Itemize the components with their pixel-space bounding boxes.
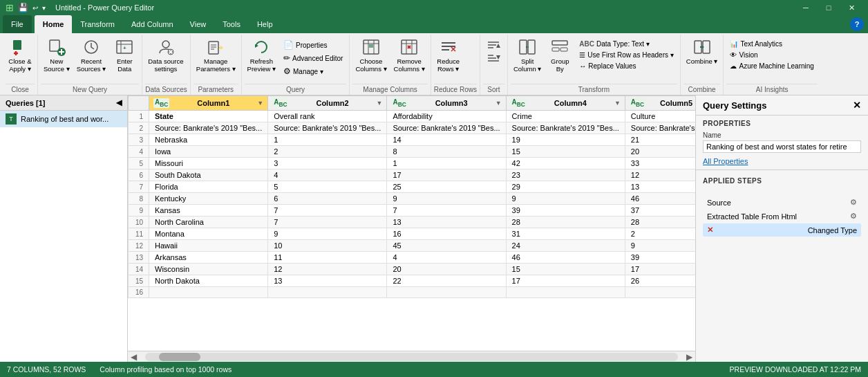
sort-desc-button[interactable] (483, 52, 504, 64)
split-column-button[interactable]: SplitColumn ▾ (511, 36, 544, 75)
replace-values-button[interactable]: ↔ Replace Values (576, 61, 677, 71)
advanced-editor-button[interactable]: ✏ Advanced Editor (280, 52, 346, 64)
col3-filter-icon[interactable]: ▼ (496, 100, 502, 107)
minimize-button[interactable]: ─ (795, 0, 817, 15)
choose-columns-label: ChooseColumns ▾ (355, 57, 386, 73)
tab-help[interactable]: Help (249, 15, 281, 33)
table-row[interactable]: 2Source: Bankrate's 2019 "Bes...Source: … (129, 122, 696, 134)
table-row[interactable]: 13Arkansas1144639 (129, 252, 696, 264)
properties-button[interactable]: 📄 Properties (280, 39, 346, 51)
cell-row7-col4: 29 (506, 181, 625, 193)
col2-filter-icon[interactable]: ▼ (376, 100, 382, 107)
manage-parameters-button[interactable]: ManageParameters ▾ (194, 36, 238, 75)
svg-rect-53 (560, 48, 567, 51)
cell-row6-col1: South Dakota (149, 169, 268, 181)
cell-row7-col1: Florida (149, 181, 268, 193)
combine-label: Combine ▾ (686, 57, 718, 65)
table-row[interactable]: 9Kansas773937 (129, 205, 696, 217)
step-extracted-table[interactable]: Extracted Table From Html ⚙ (703, 210, 861, 223)
column2-header[interactable]: ABC Column2 ▼ (268, 96, 387, 111)
recent-sources-label: RecentSources ▾ (77, 57, 106, 73)
table-row[interactable]: 11Montana916312 (129, 228, 696, 240)
horizontal-scrollbar[interactable]: ◀ ▶ (128, 351, 695, 362)
table-row[interactable]: 4Iowa281520 (129, 146, 696, 158)
data-grid[interactable]: ABC Column1 ▼ ABC Column2 ▼ (128, 95, 695, 351)
table-row[interactable]: 1StateOverall rankAffordabilityCrimeCult… (129, 111, 696, 122)
cell-row7-col5: 13 (625, 181, 695, 193)
table-row[interactable]: 5Missouri314233 (129, 158, 696, 169)
cell-row4-col5: 20 (625, 146, 695, 158)
column5-header[interactable]: ABC Column5 ▼ (625, 96, 695, 111)
text-analytics-button[interactable]: 📊 Text Analytics (726, 39, 817, 49)
use-first-row-button[interactable]: ☰ Use First Row as Headers ▾ (576, 50, 677, 60)
close-button[interactable]: ✕ (840, 0, 862, 15)
table-row[interactable]: 3Nebraska1141921 (129, 134, 696, 146)
table-row[interactable]: 7Florida5252913 (129, 181, 696, 193)
scrollbar-track[interactable] (145, 353, 678, 361)
step-changed-type-x[interactable]: ✕ (707, 226, 713, 235)
table-row[interactable]: 14Wisconsin12201517 (129, 264, 696, 275)
sort-asc-button[interactable] (483, 39, 504, 51)
tab-view[interactable]: View (182, 15, 215, 33)
scroll-right-btn[interactable]: ▶ (683, 352, 695, 362)
queries-collapse-icon[interactable]: ◀ (116, 98, 122, 107)
data-type-button[interactable]: ABC Data Type: Text ▾ (576, 39, 677, 49)
all-properties-link[interactable]: All Properties (703, 157, 861, 165)
reduce-rows-icon (439, 37, 458, 57)
text-analytics-icon: 📊 (730, 40, 738, 48)
table-row[interactable]: 8Kentucky69946 (129, 193, 696, 205)
column3-header[interactable]: ABC Column3 ▼ (387, 96, 506, 111)
table-row[interactable]: 12Hawaii1045249 (129, 240, 696, 252)
vision-button[interactable]: 👁 Vision (726, 50, 817, 60)
save-icon[interactable]: 💾 (18, 3, 28, 12)
refresh-preview-icon (252, 37, 271, 57)
enter-data-button[interactable]: + EnterData (110, 36, 139, 75)
step-changed-type[interactable]: ✕ Changed Type (703, 223, 861, 237)
refresh-preview-button[interactable]: RefreshPreview ▾ (245, 36, 279, 75)
combine-button[interactable]: Combine ▾ (683, 36, 721, 66)
tab-tools[interactable]: Tools (214, 15, 249, 33)
group-by-button[interactable]: GroupBy (545, 36, 574, 75)
tab-file[interactable]: File (3, 15, 32, 33)
cell-row9-col1: Kansas (149, 205, 268, 217)
column1-header[interactable]: ABC Column1 ▼ (149, 96, 268, 111)
reduce-rows-button[interactable]: ReduceRows ▾ (434, 36, 463, 75)
recent-sources-button[interactable]: RecentSources ▾ (74, 36, 109, 75)
col1-filter-icon[interactable]: ▼ (257, 100, 263, 107)
settings-close-icon[interactable]: ✕ (853, 100, 861, 111)
scrollbar-thumb[interactable] (159, 353, 200, 361)
close-apply-button[interactable]: Close &Apply ▾ (6, 36, 35, 75)
column4-header[interactable]: ABC Column4 ▼ (506, 96, 625, 111)
svg-rect-51 (552, 41, 567, 45)
col4-filter-icon[interactable]: ▼ (614, 100, 621, 107)
tab-home[interactable]: Home (35, 15, 73, 33)
table-row[interactable]: 10North Carolina7132828 (129, 217, 696, 228)
step-source[interactable]: Source ⚙ (703, 196, 861, 209)
choose-columns-button[interactable]: ChooseColumns ▾ (352, 36, 389, 75)
azure-ml-button[interactable]: ☁ Azure Machine Learning (726, 61, 817, 71)
step-source-gear[interactable]: ⚙ (850, 198, 857, 207)
tab-add-column[interactable]: Add Column (123, 15, 182, 33)
help-button[interactable]: ? (850, 17, 864, 31)
data-source-settings-button[interactable]: Data sourcesettings (145, 36, 186, 75)
maximize-button[interactable]: □ (818, 0, 840, 15)
step-extracted-gear[interactable]: ⚙ (850, 212, 857, 221)
scroll-left-btn[interactable]: ◀ (128, 352, 140, 362)
cell-row11-col1: Montana (149, 228, 268, 240)
cell-row9-col2: 7 (268, 205, 387, 217)
split-column-icon (518, 37, 537, 57)
manage-button[interactable]: ⚙ Manage ▾ (280, 65, 346, 77)
new-source-button[interactable]: NewSource ▾ (41, 36, 73, 75)
table-row[interactable]: 16 (129, 287, 696, 298)
remove-columns-button[interactable]: RemoveColumns ▾ (391, 36, 428, 75)
table-row[interactable]: 6South Dakota4172312 (129, 169, 696, 181)
cell-row14-col2: 12 (268, 264, 387, 275)
dropdown-icon[interactable]: ▾ (42, 4, 46, 12)
tab-transform[interactable]: Transform (72, 15, 123, 33)
table-row[interactable]: 15North Dakota13221726 (129, 275, 696, 287)
name-input[interactable] (703, 140, 861, 153)
close-apply-icon (10, 37, 30, 57)
cell-row2-col5: Source: Bankrate's 20... (625, 122, 695, 134)
query-item[interactable]: T Ranking of best and wor... (0, 111, 127, 127)
undo-icon[interactable]: ↩ (32, 4, 38, 12)
